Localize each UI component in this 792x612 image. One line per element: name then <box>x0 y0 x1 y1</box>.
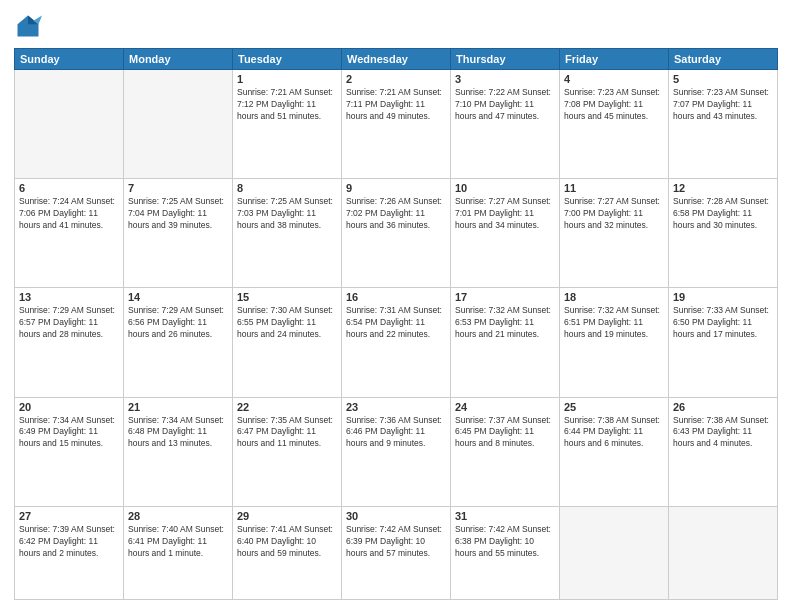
day-number: 4 <box>564 73 664 85</box>
day-info: Sunrise: 7:32 AM Sunset: 6:53 PM Dayligh… <box>455 305 555 341</box>
day-info: Sunrise: 7:21 AM Sunset: 7:12 PM Dayligh… <box>237 87 337 123</box>
logo-icon <box>14 12 42 40</box>
calendar-cell <box>124 70 233 179</box>
day-info: Sunrise: 7:42 AM Sunset: 6:39 PM Dayligh… <box>346 524 446 560</box>
day-number: 15 <box>237 291 337 303</box>
day-info: Sunrise: 7:41 AM Sunset: 6:40 PM Dayligh… <box>237 524 337 560</box>
day-number: 30 <box>346 510 446 522</box>
day-number: 11 <box>564 182 664 194</box>
day-info: Sunrise: 7:40 AM Sunset: 6:41 PM Dayligh… <box>128 524 228 560</box>
day-info: Sunrise: 7:31 AM Sunset: 6:54 PM Dayligh… <box>346 305 446 341</box>
week-row-2: 6Sunrise: 7:24 AM Sunset: 7:06 PM Daylig… <box>15 179 778 288</box>
calendar-cell: 5Sunrise: 7:23 AM Sunset: 7:07 PM Daylig… <box>669 70 778 179</box>
calendar-cell: 3Sunrise: 7:22 AM Sunset: 7:10 PM Daylig… <box>451 70 560 179</box>
day-info: Sunrise: 7:27 AM Sunset: 7:01 PM Dayligh… <box>455 196 555 232</box>
day-info: Sunrise: 7:34 AM Sunset: 6:49 PM Dayligh… <box>19 415 119 451</box>
day-info: Sunrise: 7:30 AM Sunset: 6:55 PM Dayligh… <box>237 305 337 341</box>
calendar-cell: 10Sunrise: 7:27 AM Sunset: 7:01 PM Dayli… <box>451 179 560 288</box>
calendar-cell: 18Sunrise: 7:32 AM Sunset: 6:51 PM Dayli… <box>560 288 669 397</box>
day-info: Sunrise: 7:29 AM Sunset: 6:57 PM Dayligh… <box>19 305 119 341</box>
day-number: 1 <box>237 73 337 85</box>
day-number: 3 <box>455 73 555 85</box>
day-number: 19 <box>673 291 773 303</box>
day-info: Sunrise: 7:25 AM Sunset: 7:03 PM Dayligh… <box>237 196 337 232</box>
weekday-wednesday: Wednesday <box>342 49 451 70</box>
weekday-thursday: Thursday <box>451 49 560 70</box>
day-number: 17 <box>455 291 555 303</box>
day-number: 5 <box>673 73 773 85</box>
day-info: Sunrise: 7:29 AM Sunset: 6:56 PM Dayligh… <box>128 305 228 341</box>
calendar-cell: 26Sunrise: 7:38 AM Sunset: 6:43 PM Dayli… <box>669 397 778 506</box>
weekday-tuesday: Tuesday <box>233 49 342 70</box>
calendar-cell: 30Sunrise: 7:42 AM Sunset: 6:39 PM Dayli… <box>342 506 451 599</box>
calendar-cell: 20Sunrise: 7:34 AM Sunset: 6:49 PM Dayli… <box>15 397 124 506</box>
weekday-monday: Monday <box>124 49 233 70</box>
calendar-cell: 12Sunrise: 7:28 AM Sunset: 6:58 PM Dayli… <box>669 179 778 288</box>
calendar-cell: 29Sunrise: 7:41 AM Sunset: 6:40 PM Dayli… <box>233 506 342 599</box>
calendar-cell: 17Sunrise: 7:32 AM Sunset: 6:53 PM Dayli… <box>451 288 560 397</box>
day-number: 9 <box>346 182 446 194</box>
calendar-cell: 31Sunrise: 7:42 AM Sunset: 6:38 PM Dayli… <box>451 506 560 599</box>
calendar-cell: 16Sunrise: 7:31 AM Sunset: 6:54 PM Dayli… <box>342 288 451 397</box>
week-row-4: 20Sunrise: 7:34 AM Sunset: 6:49 PM Dayli… <box>15 397 778 506</box>
day-number: 25 <box>564 401 664 413</box>
day-info: Sunrise: 7:38 AM Sunset: 6:43 PM Dayligh… <box>673 415 773 451</box>
page: SundayMondayTuesdayWednesdayThursdayFrid… <box>0 0 792 612</box>
weekday-header-row: SundayMondayTuesdayWednesdayThursdayFrid… <box>15 49 778 70</box>
calendar-cell: 15Sunrise: 7:30 AM Sunset: 6:55 PM Dayli… <box>233 288 342 397</box>
day-info: Sunrise: 7:37 AM Sunset: 6:45 PM Dayligh… <box>455 415 555 451</box>
logo <box>14 12 46 40</box>
day-info: Sunrise: 7:42 AM Sunset: 6:38 PM Dayligh… <box>455 524 555 560</box>
day-info: Sunrise: 7:22 AM Sunset: 7:10 PM Dayligh… <box>455 87 555 123</box>
day-number: 26 <box>673 401 773 413</box>
header <box>14 12 778 40</box>
week-row-5: 27Sunrise: 7:39 AM Sunset: 6:42 PM Dayli… <box>15 506 778 599</box>
calendar-cell: 6Sunrise: 7:24 AM Sunset: 7:06 PM Daylig… <box>15 179 124 288</box>
day-number: 13 <box>19 291 119 303</box>
day-info: Sunrise: 7:24 AM Sunset: 7:06 PM Dayligh… <box>19 196 119 232</box>
day-number: 28 <box>128 510 228 522</box>
day-info: Sunrise: 7:23 AM Sunset: 7:08 PM Dayligh… <box>564 87 664 123</box>
day-info: Sunrise: 7:33 AM Sunset: 6:50 PM Dayligh… <box>673 305 773 341</box>
day-info: Sunrise: 7:38 AM Sunset: 6:44 PM Dayligh… <box>564 415 664 451</box>
day-number: 7 <box>128 182 228 194</box>
day-info: Sunrise: 7:27 AM Sunset: 7:00 PM Dayligh… <box>564 196 664 232</box>
calendar-cell: 21Sunrise: 7:34 AM Sunset: 6:48 PM Dayli… <box>124 397 233 506</box>
day-number: 24 <box>455 401 555 413</box>
day-number: 31 <box>455 510 555 522</box>
day-number: 21 <box>128 401 228 413</box>
day-number: 14 <box>128 291 228 303</box>
calendar-cell: 22Sunrise: 7:35 AM Sunset: 6:47 PM Dayli… <box>233 397 342 506</box>
weekday-friday: Friday <box>560 49 669 70</box>
calendar-cell <box>15 70 124 179</box>
day-info: Sunrise: 7:32 AM Sunset: 6:51 PM Dayligh… <box>564 305 664 341</box>
day-info: Sunrise: 7:26 AM Sunset: 7:02 PM Dayligh… <box>346 196 446 232</box>
day-number: 18 <box>564 291 664 303</box>
calendar-cell: 19Sunrise: 7:33 AM Sunset: 6:50 PM Dayli… <box>669 288 778 397</box>
day-info: Sunrise: 7:35 AM Sunset: 6:47 PM Dayligh… <box>237 415 337 451</box>
calendar-cell: 2Sunrise: 7:21 AM Sunset: 7:11 PM Daylig… <box>342 70 451 179</box>
week-row-3: 13Sunrise: 7:29 AM Sunset: 6:57 PM Dayli… <box>15 288 778 397</box>
calendar-cell <box>560 506 669 599</box>
day-number: 6 <box>19 182 119 194</box>
day-number: 27 <box>19 510 119 522</box>
calendar-cell: 24Sunrise: 7:37 AM Sunset: 6:45 PM Dayli… <box>451 397 560 506</box>
day-number: 8 <box>237 182 337 194</box>
calendar-cell: 4Sunrise: 7:23 AM Sunset: 7:08 PM Daylig… <box>560 70 669 179</box>
day-info: Sunrise: 7:25 AM Sunset: 7:04 PM Dayligh… <box>128 196 228 232</box>
calendar-cell: 23Sunrise: 7:36 AM Sunset: 6:46 PM Dayli… <box>342 397 451 506</box>
calendar-cell: 13Sunrise: 7:29 AM Sunset: 6:57 PM Dayli… <box>15 288 124 397</box>
calendar-cell: 27Sunrise: 7:39 AM Sunset: 6:42 PM Dayli… <box>15 506 124 599</box>
calendar-cell: 9Sunrise: 7:26 AM Sunset: 7:02 PM Daylig… <box>342 179 451 288</box>
weekday-saturday: Saturday <box>669 49 778 70</box>
calendar-table: SundayMondayTuesdayWednesdayThursdayFrid… <box>14 48 778 600</box>
calendar-cell: 25Sunrise: 7:38 AM Sunset: 6:44 PM Dayli… <box>560 397 669 506</box>
day-number: 23 <box>346 401 446 413</box>
calendar-cell: 1Sunrise: 7:21 AM Sunset: 7:12 PM Daylig… <box>233 70 342 179</box>
day-info: Sunrise: 7:28 AM Sunset: 6:58 PM Dayligh… <box>673 196 773 232</box>
calendar-cell <box>669 506 778 599</box>
calendar-cell: 28Sunrise: 7:40 AM Sunset: 6:41 PM Dayli… <box>124 506 233 599</box>
day-info: Sunrise: 7:23 AM Sunset: 7:07 PM Dayligh… <box>673 87 773 123</box>
day-info: Sunrise: 7:39 AM Sunset: 6:42 PM Dayligh… <box>19 524 119 560</box>
calendar-cell: 14Sunrise: 7:29 AM Sunset: 6:56 PM Dayli… <box>124 288 233 397</box>
